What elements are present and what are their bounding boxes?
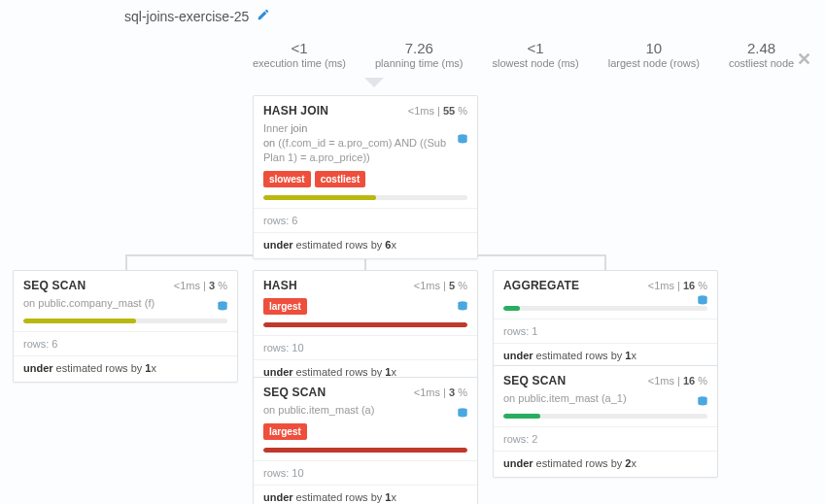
stat-label: slowest node (ms) (492, 57, 578, 69)
node-title: SEQ SCAN (23, 279, 86, 292)
stat-largest-node: 10 largest node (rows) (608, 41, 700, 69)
rows-line: rows: 1 (494, 319, 717, 343)
stat-slowest-node: <1 slowest node (ms) (492, 41, 578, 69)
progress-bar (503, 306, 707, 311)
tree-edge (604, 254, 606, 270)
node-badges: slowest costliest (263, 171, 467, 187)
estimate-line: under estimated rows by 1x (254, 486, 477, 504)
node-metrics: <1ms | 3 % (414, 386, 467, 398)
close-icon[interactable]: ✕ (797, 49, 811, 70)
node-subtext: on public.item_mast (a_1) (503, 391, 707, 406)
stats-row: <1 execution time (ms) 7.26 planning tim… (253, 41, 794, 69)
node-subtext: Inner join on ((f.com_id = a.pro_com) AN… (263, 121, 467, 165)
plan-node-seq-scan-item-a1[interactable]: SEQ SCAN <1ms | 16 % on public.item_mast… (493, 365, 718, 478)
node-title: HASH (263, 279, 297, 292)
node-badges: largest (263, 423, 467, 440)
plan-node-hash[interactable]: HASH <1ms | 5 % largest rows: 10 under e… (253, 270, 478, 386)
stat-label: costliest node (729, 57, 794, 69)
node-metrics: <1ms | 16 % (648, 280, 707, 291)
database-icon (456, 133, 469, 150)
plan-node-hash-join[interactable]: HASH JOIN <1ms | 55 % Inner join on ((f.… (253, 95, 478, 259)
stat-planning-time: 7.26 planning time (ms) (375, 41, 463, 69)
progress-bar (263, 322, 467, 327)
rows-line: rows: 2 (494, 427, 717, 451)
stat-costliest-node: 2.48 costliest node (729, 41, 794, 69)
badge-largest: largest (263, 423, 307, 440)
node-metrics: <1ms | 55 % (408, 105, 467, 117)
estimate-line: under estimated rows by 2x (494, 452, 717, 477)
page-title-bar: sql-joins-exercise-25 (124, 8, 270, 24)
badge-slowest: slowest (263, 171, 311, 187)
edit-icon[interactable] (257, 8, 270, 24)
database-icon (456, 300, 469, 317)
rows-line: rows: 10 (254, 336, 477, 359)
estimate-line: under estimated rows by 1x (14, 356, 237, 382)
plan-node-seq-scan-company[interactable]: SEQ SCAN <1ms | 3 % on public.company_ma… (13, 270, 238, 383)
pointer-icon (364, 78, 384, 87)
node-title: SEQ SCAN (263, 386, 326, 399)
rows-line: rows: 10 (254, 461, 477, 485)
estimate-line: under estimated rows by 6x (254, 233, 477, 258)
plan-node-seq-scan-item-a[interactable]: SEQ SCAN <1ms | 3 % on public.item_mast … (253, 377, 478, 504)
node-metrics: <1ms | 5 % (414, 280, 467, 291)
database-icon (696, 294, 709, 311)
node-title: AGGREGATE (503, 279, 579, 292)
stat-value: 7.26 (375, 41, 463, 57)
node-metrics: <1ms | 16 % (648, 375, 707, 386)
page-title: sql-joins-exercise-25 (124, 9, 249, 24)
progress-bar (263, 195, 467, 200)
stat-execution-time: <1 execution time (ms) (253, 41, 346, 69)
progress-bar (23, 319, 227, 323)
progress-bar (263, 448, 467, 453)
stat-value: <1 (492, 41, 578, 57)
node-badges: largest (263, 298, 467, 315)
node-metrics: <1ms | 3 % (174, 280, 227, 291)
plan-node-aggregate[interactable]: AGGREGATE <1ms | 16 % rows: 1 under esti… (493, 270, 718, 370)
node-title: HASH JOIN (263, 104, 328, 118)
node-subtext: on public.item_mast (a) (263, 403, 467, 418)
badge-largest: largest (263, 298, 307, 315)
database-icon (696, 395, 709, 412)
database-icon (216, 300, 229, 317)
node-subtext: on public.company_mast (f) (23, 296, 227, 311)
node-title: SEQ SCAN (503, 374, 566, 387)
badge-costliest: costliest (315, 171, 366, 187)
stat-label: largest node (rows) (608, 57, 700, 69)
stat-value: 2.48 (729, 41, 794, 57)
rows-line: rows: 6 (254, 209, 477, 232)
stat-label: execution time (ms) (253, 57, 346, 69)
database-icon (456, 407, 469, 423)
stat-value: <1 (253, 41, 346, 57)
tree-edge (125, 254, 127, 270)
stat-value: 10 (608, 41, 700, 57)
stat-label: planning time (ms) (375, 57, 463, 69)
progress-bar (503, 414, 707, 419)
rows-line: rows: 6 (14, 332, 237, 355)
